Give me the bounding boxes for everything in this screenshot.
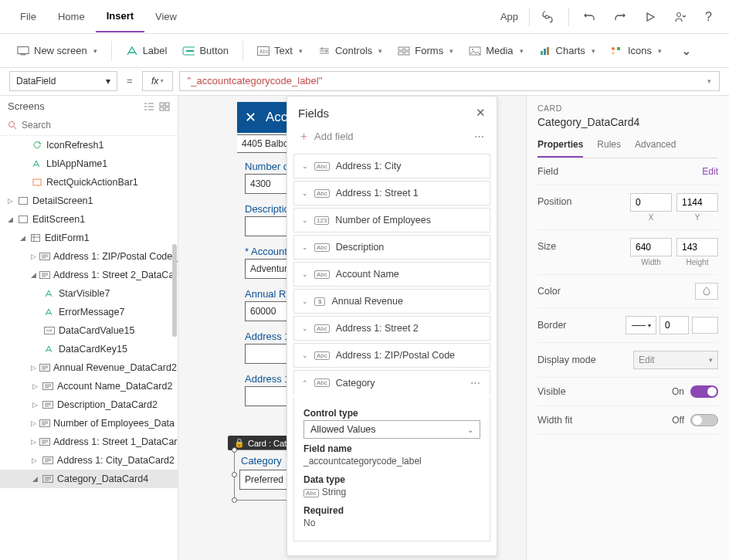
app-label[interactable]: App (493, 6, 526, 27)
tree-item-form[interactable]: ◢EditForm1 (0, 229, 178, 247)
property-selector-label: DataField (16, 76, 56, 87)
tab-advanced[interactable]: Advanced (635, 136, 676, 158)
svg-rect-4 (186, 50, 194, 52)
widthfit-toggle[interactable] (690, 414, 718, 426)
control-type-dropdown[interactable]: Allowed Values ⌄ (303, 420, 480, 439)
position-x-input[interactable] (630, 193, 672, 212)
share-icon[interactable] (666, 6, 694, 28)
text-icon: Abc (257, 45, 270, 57)
field-item[interactable]: ⌄AbcAccount Name (293, 262, 490, 287)
border-color-swatch[interactable] (692, 317, 718, 334)
tree-item-screen[interactable]: ▷DetailScreen1 (0, 192, 178, 210)
tree-item[interactable]: RectQuickActionBar1 (0, 173, 178, 192)
tree-item[interactable]: IconRefresh1 (0, 136, 178, 154)
play-icon[interactable] (637, 7, 663, 27)
controls-icon (318, 45, 331, 57)
label-button[interactable]: Label (118, 40, 175, 62)
screens-search[interactable] (0, 117, 178, 136)
menu-view[interactable]: View (144, 2, 188, 32)
field-item[interactable]: ⌄AbcAddress 1: ZIP/Postal Code (293, 343, 490, 368)
tree-view-icon[interactable] (144, 102, 154, 111)
color-swatch[interactable] (695, 283, 718, 300)
resize-handle[interactable] (232, 497, 237, 503)
visible-label: Visible (537, 386, 566, 397)
field-item[interactable]: ⌄$Annual Revenue (293, 289, 490, 314)
tree-item-card[interactable]: ▷Annual Revenue_DataCard2 (0, 358, 178, 377)
size-width-input[interactable] (630, 238, 672, 256)
tree-item-screen[interactable]: ◢EditScreen1 (0, 210, 178, 229)
tree-item-card[interactable]: ◢Address 1: Street 2_DataCar (0, 266, 178, 284)
position-label: Position (537, 193, 571, 207)
menu-file[interactable]: File (9, 2, 47, 32)
field-item[interactable]: ⌄AbcAddress 1: City (293, 154, 490, 178)
position-y-input[interactable] (676, 193, 718, 212)
tree-item-card[interactable]: ▷Number of Employees_Data (0, 414, 178, 433)
new-screen-button[interactable]: New screen ▾ (9, 40, 105, 62)
control-type-label: Control type (303, 408, 480, 419)
formula-input[interactable]: "_accountcategorycode_label" ▾ (179, 71, 720, 91)
undo-icon[interactable] (575, 6, 603, 28)
field-item[interactable]: ⌄AbcAddress 1: Street 1 (293, 181, 490, 205)
svg-point-12 (472, 49, 473, 50)
svg-point-0 (677, 12, 681, 16)
svg-rect-8 (405, 47, 409, 50)
resize-handle[interactable] (232, 447, 237, 453)
field-item[interactable]: ⌄123Number of Employees (293, 208, 490, 232)
thumbnail-view-icon[interactable] (159, 102, 170, 111)
help-icon[interactable]: ? (697, 5, 720, 29)
more-icon[interactable]: ⋯ (470, 377, 482, 389)
canvas[interactable]: ✕ Acco 4405 Balbo Number of 4300Descript… (178, 96, 526, 560)
scrollbar[interactable] (172, 244, 177, 337)
add-field-button[interactable]: ＋Add field (298, 129, 354, 144)
close-icon[interactable]: ✕ (476, 106, 486, 120)
more-icon[interactable]: ⋯ (474, 131, 486, 142)
ribbon-overflow[interactable]: ⌄ (674, 40, 699, 62)
menu-insert[interactable]: Insert (96, 1, 144, 32)
width-sublabel: Width (641, 258, 661, 266)
border-width-input[interactable] (659, 316, 689, 334)
property-selector[interactable]: DataField ▾ (9, 71, 117, 91)
tree-item-card[interactable]: ▷Address 1: Street 1_DataCar (0, 433, 178, 451)
redo-icon[interactable] (606, 6, 634, 28)
menu-home[interactable]: Home (47, 2, 96, 32)
label-icon (43, 307, 56, 317)
fx-button[interactable]: fx ▾ (142, 71, 173, 91)
display-mode-label: Display mode (537, 355, 596, 365)
tree-item-card-selected[interactable]: ◢Category_DataCard4 (0, 470, 178, 488)
app-checker-icon[interactable] (533, 5, 562, 29)
media-dropdown[interactable]: Media ▾ (461, 40, 531, 62)
forms-dropdown[interactable]: Forms ▾ (390, 40, 461, 62)
tree-item[interactable]: DataCardValue15 (0, 321, 178, 340)
field-item[interactable]: ⌄AbcDescription (293, 235, 490, 260)
size-height-input[interactable] (676, 238, 718, 256)
border-style-dropdown[interactable]: ▾ (626, 316, 656, 334)
tree-item-card[interactable]: ▷Address 1: City_DataCard2 (0, 451, 178, 470)
tab-properties[interactable]: Properties (537, 136, 583, 158)
tree-item[interactable]: DataCardKey15 (0, 340, 178, 358)
tree-item-card[interactable]: ▷Address 1: ZIP/Postal Code_ (0, 247, 178, 266)
display-mode-select[interactable]: Edit▾ (633, 351, 718, 369)
field-item-expanded[interactable]: ⌃ Abc Category ⋯ (293, 370, 490, 395)
currency-badge: $ (314, 297, 325, 306)
tree-item[interactable]: LblAppName1 (0, 154, 178, 173)
type-badge: Abc (314, 162, 330, 171)
resize-handle[interactable] (232, 472, 237, 477)
tree-item-card[interactable]: ▷Account Name_DataCard2 (0, 377, 178, 395)
tree-item-card[interactable]: ▷Description_DataCard2 (0, 395, 178, 414)
icons-dropdown[interactable]: Icons ▾ (603, 40, 670, 62)
controls-dropdown[interactable]: Controls ▾ (310, 40, 390, 62)
tab-rules[interactable]: Rules (597, 136, 621, 158)
field-edit-link[interactable]: Edit (702, 166, 718, 177)
tree-item[interactable]: StarVisible7 (0, 284, 178, 303)
label-label: Label (143, 45, 168, 56)
field-item[interactable]: ⌄AbcAddress 1: Street 2 (293, 316, 490, 341)
field-detail: Control type Allowed Values ⌄ Field name… (293, 397, 490, 541)
text-dropdown[interactable]: Abc Text ▾ (249, 40, 310, 62)
tree-item[interactable]: ErrorMessage7 (0, 303, 178, 321)
visible-toggle[interactable] (690, 385, 718, 398)
button-button[interactable]: Button (175, 40, 236, 62)
search-input[interactable] (22, 120, 170, 131)
data-type-label: Data type (303, 474, 480, 485)
close-icon[interactable]: ✕ (245, 109, 256, 126)
charts-dropdown[interactable]: Charts ▾ (531, 40, 603, 62)
